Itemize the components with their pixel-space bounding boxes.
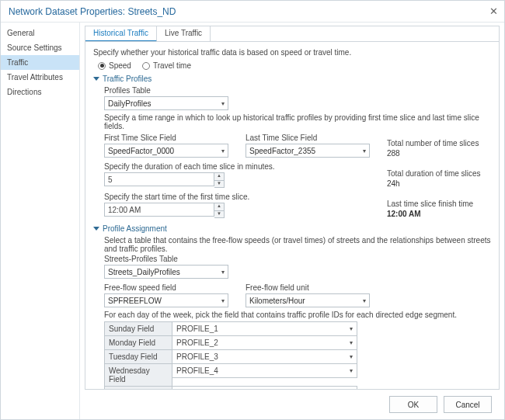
ff-field-label: Free-flow speed field (104, 283, 228, 292)
profiles-table-value: DailyProfiles (108, 99, 152, 108)
chevron-down-icon: ▾ (221, 100, 225, 107)
sidebar-item-travel-attributes[interactable]: Travel Attributes (1, 70, 79, 85)
titlebar: Network Dataset Properties: Streets_ND ✕ (1, 1, 504, 23)
total-dur-value: 24h (387, 179, 481, 188)
dialog-body: General Source Settings Traffic Travel A… (1, 23, 504, 419)
spin-up-icon[interactable]: ▲ (214, 173, 224, 180)
sp-table-value: Streets_DailyProfiles (108, 268, 180, 276)
section-traffic-profiles[interactable]: Traffic Profiles (93, 75, 491, 83)
tab-historical-traffic[interactable]: Historical Traffic (85, 26, 157, 42)
chevron-down-icon: ▾ (350, 367, 353, 374)
duration-value: 5 (108, 175, 113, 184)
assign-text: Select a table that contains the free-fl… (104, 236, 491, 253)
radio-dot-icon (98, 62, 106, 70)
first-slice-combo[interactable]: SpeedFactor_0000▾ (104, 144, 228, 158)
ff-unit-value: Kilometers/Hour (249, 297, 305, 305)
sidebar-item-source-settings[interactable]: Source Settings (1, 40, 79, 55)
last-slice-label: Last Time Slice Field (246, 134, 370, 142)
dialog: Network Dataset Properties: Streets_ND ✕… (0, 0, 505, 420)
chevron-down-icon: ▾ (363, 297, 366, 304)
day-header: Sunday Field (104, 321, 172, 336)
table-row: Wednesday FieldPROFILE_4▾ (104, 364, 491, 387)
section-label: Profile Assignment (103, 224, 167, 233)
day-header: Monday Field (104, 335, 172, 350)
chevron-down-icon: ▾ (350, 353, 353, 360)
finish-label: Last time slice finish time (387, 200, 473, 208)
day-value-combo[interactable]: PROFILE_3▾ (172, 349, 357, 364)
first-slice-label: First Time Slice Field (104, 134, 228, 142)
start-row: Specify the start time of the first time… (104, 191, 491, 218)
last-slice-value: SpeedFactor_2355 (249, 147, 315, 155)
start-spinner[interactable]: 12:00 AM ▲▼ (104, 203, 370, 218)
last-slice-combo[interactable]: SpeedFactor_2355▾ (246, 144, 370, 158)
day-value-combo[interactable]: PROFILE_1▾ (172, 321, 357, 336)
panel-historical-traffic: Specify whether your historical traffic … (85, 41, 500, 390)
chevron-down-icon (93, 227, 99, 231)
sp-table-combo[interactable]: Streets_DailyProfiles▾ (104, 265, 228, 279)
chevron-down-icon: ▾ (221, 269, 225, 276)
chevron-down-icon: ▾ (221, 148, 225, 154)
section-profile-assignment[interactable]: Profile Assignment (93, 224, 491, 233)
freeflow-row: Free-flow speed field SPFREEFLOW▾ Free-f… (104, 282, 491, 307)
day-header: Tuesday Field (104, 349, 172, 364)
main: Historical Traffic Live Traffic Specify … (80, 23, 504, 419)
profiles-table-combo[interactable]: DailyProfiles▾ (104, 96, 228, 110)
radio-travel-time[interactable]: Travel time (142, 61, 191, 70)
footer: OK Cancel (85, 390, 500, 419)
duration-spinner[interactable]: 5 ▲▼ (104, 172, 370, 188)
ok-button[interactable]: OK (389, 396, 437, 413)
intro-text: Specify whether your historical traffic … (93, 48, 491, 57)
ff-field-value: SPFREEFLOW (108, 297, 162, 305)
total-num-value: 288 (387, 149, 479, 158)
days-table: Sunday FieldPROFILE_1▾ Monday FieldPROFI… (104, 322, 491, 390)
table-row: Sunday FieldPROFILE_1▾ (104, 322, 491, 336)
radio-speed-label: Speed (109, 61, 131, 70)
chevron-down-icon: ▾ (350, 325, 353, 332)
first-slice-value: SpeedFactor_0000 (108, 147, 174, 155)
basis-radios: Speed Travel time (98, 61, 491, 70)
sidebar: General Source Settings Traffic Travel A… (1, 23, 80, 419)
table-row: Tuesday FieldPROFILE_3▾ (104, 350, 491, 364)
dialog-title: Network Dataset Properties: Streets_ND (9, 6, 176, 17)
profiles-table-label: Profiles Table (104, 86, 491, 95)
chevron-down-icon: ▾ (221, 297, 225, 304)
total-dur-label: Total duration of time slices (387, 169, 481, 178)
sidebar-item-general[interactable]: General (1, 26, 79, 40)
day-value-combo[interactable]: PROFILE_4▾ (172, 363, 357, 378)
duration-text: Specify the duration of each time slice … (104, 162, 370, 171)
week-text: For each day of the week, pick the field… (104, 311, 491, 319)
section-label: Traffic Profiles (103, 75, 152, 83)
chevron-down-icon (93, 77, 99, 81)
chevron-down-icon: ▾ (363, 148, 366, 154)
spin-down-icon[interactable]: ▼ (214, 210, 224, 217)
ff-unit-label: Free-flow field unit (246, 283, 370, 292)
tabs: Historical Traffic Live Traffic (85, 26, 500, 41)
day-header: Wednesday Field (104, 363, 172, 387)
sidebar-item-directions[interactable]: Directions (1, 85, 79, 99)
range-text: Specify a time range in which to look up… (104, 113, 491, 130)
chevron-down-icon: ▾ (350, 339, 353, 346)
sp-table-label: Streets-Profiles Table (104, 255, 491, 263)
start-text: Specify the start time of the first time… (104, 193, 370, 201)
close-icon[interactable]: ✕ (489, 5, 498, 17)
cancel-button[interactable]: Cancel (444, 396, 492, 413)
radio-dot-icon (142, 62, 150, 70)
ff-unit-combo[interactable]: Kilometers/Hour▾ (246, 293, 370, 307)
spin-down-icon[interactable]: ▼ (214, 180, 224, 187)
traffic-profiles-body: Profiles Table DailyProfiles▾ Specify a … (104, 86, 491, 218)
sidebar-item-traffic[interactable]: Traffic (1, 55, 79, 70)
slice-row: First Time Slice Field SpeedFactor_0000▾… (104, 132, 491, 158)
profile-assignment-body: Select a table that contains the free-fl… (104, 236, 491, 390)
start-value: 12:00 AM (108, 206, 141, 214)
day-value-combo[interactable]: PROFILE_2▾ (172, 335, 357, 350)
tab-live-traffic[interactable]: Live Traffic (157, 26, 211, 41)
table-row: Monday FieldPROFILE_2▾ (104, 336, 491, 350)
total-num-label: Total number of time slices (387, 139, 479, 148)
duration-row: Specify the duration of each time slice … (104, 161, 491, 188)
radio-travel-label: Travel time (153, 61, 191, 70)
spin-up-icon[interactable]: ▲ (214, 203, 224, 210)
finish-value: 12:00 AM (387, 210, 473, 218)
ff-field-combo[interactable]: SPFREEFLOW▾ (104, 293, 228, 307)
radio-speed[interactable]: Speed (98, 61, 131, 70)
